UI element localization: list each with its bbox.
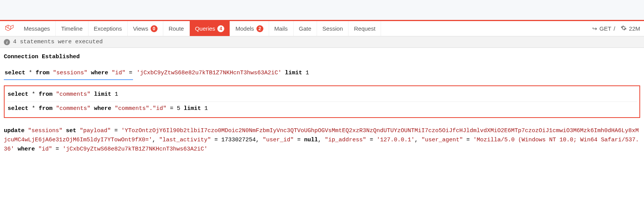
tab-label: Gate: [299, 25, 312, 32]
status-text: 4 statements were executed: [13, 39, 103, 45]
tab-label: Mails: [274, 25, 288, 32]
tab-request[interactable]: Request: [348, 21, 381, 36]
tab-queries[interactable]: Queries 4: [190, 21, 230, 36]
tab-label: Messages: [24, 25, 50, 32]
tab-label: Request: [354, 25, 375, 32]
request-method-path[interactable]: ↪ GET /: [592, 25, 615, 32]
laravel-logo: [0, 21, 18, 36]
tab-route[interactable]: Route: [163, 21, 190, 36]
page-top-space: [0, 0, 644, 20]
http-method: GET: [600, 25, 611, 32]
tab-label: Timeline: [61, 25, 82, 32]
tab-exceptions[interactable]: Exceptions: [89, 21, 128, 36]
tab-views[interactable]: Views 0: [128, 21, 163, 36]
query-row-4[interactable]: update "sessions" set "payload" = 'YTozO…: [4, 123, 640, 154]
query-row-3[interactable]: select * from "comments" where "comments…: [7, 102, 637, 116]
queries-count-badge: 4: [217, 25, 224, 32]
toolbar-right: ↪ GET / 22M: [588, 25, 644, 32]
tab-label: Session: [322, 25, 343, 32]
models-count-badge: 2: [256, 25, 263, 32]
query-row-2[interactable]: select * from "comments" limit 1: [7, 88, 637, 102]
tab-session[interactable]: Session: [317, 21, 348, 36]
highlighted-queries-box: select * from "comments" limit 1 select …: [4, 85, 640, 118]
query-row-1[interactable]: select * from "sessions" where "id" = 'j…: [4, 66, 640, 82]
debugbar-toolbar: Messages Timeline Exceptions Views 0 Rou…: [0, 21, 644, 36]
memory-value: 22M: [629, 25, 640, 32]
status-bar: i 4 statements were executed: [0, 36, 644, 48]
queries-panel: Connection Established select * from "se…: [0, 48, 644, 159]
tab-label: Exceptions: [94, 25, 122, 32]
tab-label: Models: [235, 25, 254, 32]
info-icon: i: [4, 39, 10, 45]
gear-icon: [621, 25, 627, 32]
connection-heading: Connection Established: [4, 52, 640, 62]
tab-label: Views: [133, 25, 148, 32]
tab-timeline[interactable]: Timeline: [56, 21, 88, 36]
tab-mails[interactable]: Mails: [269, 21, 294, 36]
tab-bar: Messages Timeline Exceptions Views 0 Rou…: [18, 21, 381, 36]
tab-messages[interactable]: Messages: [18, 21, 56, 36]
laravel-icon: [4, 23, 15, 34]
http-path: /: [614, 25, 615, 32]
tab-label: Queries: [195, 25, 215, 32]
tab-models[interactable]: Models 2: [230, 21, 269, 36]
tab-gate[interactable]: Gate: [294, 21, 317, 36]
tab-label: Route: [169, 25, 184, 32]
views-count-badge: 0: [151, 25, 158, 32]
memory-usage[interactable]: 22M: [621, 25, 640, 32]
share-icon: ↪: [592, 25, 597, 32]
